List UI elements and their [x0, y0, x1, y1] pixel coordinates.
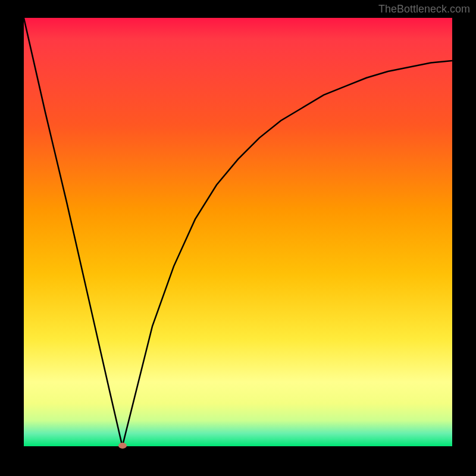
watermark-text: TheBottleneck.com — [378, 3, 470, 15]
bottleneck-curve-line — [24, 18, 452, 446]
chart-container — [24, 18, 452, 446]
curve-plot — [24, 18, 452, 446]
minimum-marker — [118, 443, 127, 449]
